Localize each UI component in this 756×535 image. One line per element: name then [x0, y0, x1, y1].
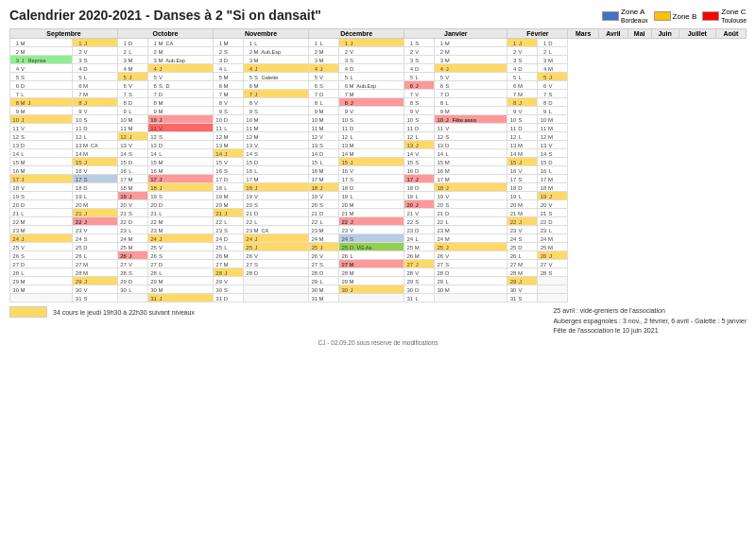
calendar-cell: 2M: [309, 47, 339, 56]
table-row: 8M J8J8D8M8V8V8L8J8S8L8J8D: [10, 98, 747, 107]
calendar-cell: 24J: [243, 234, 308, 243]
calendar-cell: 5V: [147, 73, 213, 81]
calendar-cell: 25M: [117, 243, 147, 251]
calendar-cell: 17M: [538, 175, 568, 183]
calendar-cell: 12L: [507, 132, 538, 141]
calendar-cell: 21V: [404, 209, 435, 217]
calendar-cell: 29L: [435, 277, 507, 285]
zone-c-label: Zone CToulouse: [721, 8, 747, 25]
zone-c-item: Zone CToulouse: [702, 8, 747, 25]
calendar-cell: 5L: [339, 73, 404, 81]
table-row: 26S26L26J26S26M26V26V26L26M26V26L26J: [10, 251, 747, 260]
calendar-cell: 6S: [435, 81, 507, 90]
calendar-cell: 11V: [10, 124, 73, 132]
calendar-cell: 4D: [73, 64, 117, 73]
calendar-cell: 30D: [404, 285, 435, 294]
calendar-cell: 26L: [339, 251, 404, 260]
table-row: 9M9V9L9M9S9S9M9V9V9M9V9L: [10, 107, 747, 115]
calendar-cell: 16L: [538, 166, 568, 175]
calendar-cell: 9M: [309, 107, 339, 115]
calendar-cell: 27V: [117, 260, 147, 268]
calendar-cell: 3M Aub.Esp: [147, 56, 213, 64]
calendar-cell: 19L: [507, 192, 538, 200]
calendar-cell: 20V: [117, 200, 147, 209]
calendar-cell: 28L: [147, 268, 213, 277]
calendar-cell: 6D: [10, 81, 73, 90]
calendar-cell: 11D: [404, 124, 435, 132]
calendar-cell: 18L: [214, 183, 244, 192]
zone-a-box: [602, 11, 619, 21]
calendar-cell: 16V: [339, 166, 404, 175]
calendar-cell: 23M: [10, 226, 73, 234]
calendar-cell: 2V: [404, 47, 435, 56]
calendar-cell: 15D: [117, 158, 147, 166]
calendar-cell: 7M: [339, 90, 404, 98]
calendar-cell: 27S: [309, 260, 339, 268]
calendar-cell: 20M: [339, 200, 404, 209]
calendar-cell: 13D: [10, 141, 73, 149]
calendar-cell: 29J: [507, 277, 538, 285]
calendar-cell: 2V: [507, 47, 538, 56]
calendar-cell: 15S: [404, 158, 435, 166]
table-row: 10J10S10M10J10D10M10M10S10S10J Fête asso…: [10, 115, 747, 124]
calendar-cell: 1M CA: [147, 39, 213, 47]
calendar-cell: [243, 285, 308, 294]
calendar-cell: 26M: [214, 251, 244, 260]
calendar-cell: 4J: [309, 64, 339, 73]
calendar-cell: 21S: [117, 209, 147, 217]
calendar-cell: 29M: [339, 277, 404, 285]
calendar-cell: 3S: [507, 56, 538, 64]
table-row: 5S5L5J5V5M5S Galette5V5L5L5V5L5J: [10, 73, 747, 81]
calendar-cell: 28J: [214, 268, 244, 277]
zone-b-box: [654, 11, 671, 21]
calendar-cell: 13M CA: [73, 141, 117, 149]
calendar-cell: 28V: [404, 268, 435, 277]
calendar-cell: 21S: [538, 209, 568, 217]
calendar-cell: 7M: [214, 90, 244, 98]
calendar-cell: 22L: [214, 217, 244, 226]
calendar-cell: 4J: [435, 64, 507, 73]
calendar-cell: 22L: [435, 217, 507, 226]
header-fev: Février: [507, 29, 568, 39]
calendar-cell: 21J: [73, 209, 117, 217]
calendar-cell: 12M: [538, 132, 568, 141]
calendar-cell: 25D: [73, 243, 117, 251]
calendar-cell: 24L: [404, 234, 435, 243]
calendar-cell: 23V: [73, 226, 117, 234]
calendar-cell: 2V: [339, 47, 404, 56]
calendar-cell: 26V: [435, 251, 507, 260]
calendar-cell: 23S: [214, 226, 244, 234]
calendar-cell: 18M: [117, 183, 147, 192]
calendar-cell: 27S: [435, 260, 507, 268]
calendar-cell: 12V: [309, 132, 339, 141]
calendar-cell: 11D: [339, 124, 404, 132]
calendar-cell: 16M: [309, 166, 339, 175]
calendar-cell: 16S: [214, 166, 244, 175]
calendar-cell: 2S: [214, 47, 244, 56]
calendar-cell: 1M: [10, 39, 73, 47]
calendar-cell: 4J: [147, 64, 213, 73]
calendar-cell: 5S Galette: [243, 73, 308, 81]
footer-note-1: 25 avril : vide-greniers de l'associatio…: [553, 306, 747, 317]
calendar-cell: 5L: [404, 73, 435, 81]
calendar-cell: 28S: [117, 268, 147, 277]
calendar-cell: 16L: [243, 166, 308, 175]
table-row: 31S 31J31D 31M 31L 31S: [10, 294, 747, 302]
calendar-cell: 20S: [435, 200, 507, 209]
table-row: 1M1J1D1M CA1M1L1L1J1S1M1J1D: [10, 39, 747, 47]
calendar-cell: 8M: [147, 98, 213, 107]
calendar-cell: 23D: [404, 226, 435, 234]
calendar-cell: 14L: [435, 149, 507, 158]
table-row: 25V25D25M25V25L25J25J25D VG As25M25J25D2…: [10, 243, 747, 251]
calendar-cell: 7V: [404, 90, 435, 98]
zones-legend: Zone ABordeaux Zone B Zone CToulouse: [602, 8, 747, 25]
calendar-cell: 18D: [73, 183, 117, 192]
calendar-cell: 16V: [507, 166, 538, 175]
calendar-cell: 9S: [214, 107, 244, 115]
calendar-cell: 19S: [147, 192, 213, 200]
calendar-cell: 17M: [117, 175, 147, 183]
calendar-cell: 1J: [73, 39, 117, 47]
legend-box: [9, 306, 47, 318]
calendar-cell: 25J: [243, 243, 308, 251]
calendar-cell: 1J: [507, 39, 538, 47]
